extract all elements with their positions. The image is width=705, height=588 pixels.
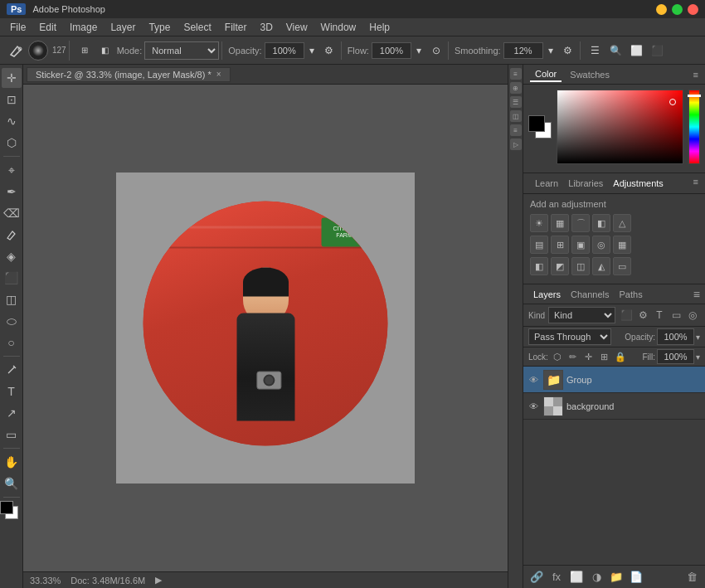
mode-alt-button[interactable]: ◧	[96, 41, 114, 60]
menu-layer[interactable]: Layer	[104, 20, 142, 35]
adj-color-balance[interactable]: ⊞	[551, 236, 569, 254]
color-swatches[interactable]	[0, 501, 23, 524]
new-group-button[interactable]: 📁	[608, 569, 625, 586]
mini-btn-1[interactable]: ≡	[510, 68, 522, 80]
smoothing-input[interactable]	[503, 42, 543, 59]
tool-lasso[interactable]: ∿	[2, 111, 22, 131]
opacity-options-button[interactable]: ⚙	[320, 41, 338, 60]
layer-visibility-background[interactable]: 👁	[527, 400, 540, 413]
delete-layer-button[interactable]: 🗑	[683, 569, 700, 586]
menu-3d[interactable]: 3D	[253, 20, 279, 35]
tab-adjustments[interactable]: Adjustments	[608, 177, 669, 190]
document-tab[interactable]: Sticker-2 @ 33.3% (image, Layer Mask/8) …	[27, 67, 231, 82]
tool-move[interactable]: ✛	[2, 68, 22, 88]
tab-learn[interactable]: Learn	[530, 177, 563, 190]
extra-btn2[interactable]: 🔍	[607, 41, 625, 60]
window-controls[interactable]: – □ ×	[656, 4, 698, 15]
new-layer-button[interactable]: 📄	[628, 569, 644, 586]
menu-view[interactable]: View	[280, 20, 314, 35]
maximize-button[interactable]: □	[672, 4, 683, 15]
layer-kind-select[interactable]: Kind	[548, 307, 615, 323]
mode-select[interactable]: Normal Multiply Screen Overlay	[144, 41, 219, 60]
adj-invert[interactable]: ◧	[530, 257, 548, 275]
adj-exposure[interactable]: ◧	[592, 214, 610, 232]
adj-posterize[interactable]: ◩	[551, 257, 569, 275]
close-tab-button[interactable]: ×	[216, 70, 221, 79]
extra-btn4[interactable]: ⬛	[649, 41, 667, 60]
lock-image-icon[interactable]: ✏	[566, 350, 580, 363]
tab-channels[interactable]: Channels	[566, 288, 614, 301]
tool-zoom[interactable]: 🔍	[2, 474, 22, 493]
blend-mode-select[interactable]: Pass Through Normal Multiply	[528, 328, 611, 345]
color-panel-menu-button[interactable]: ≡	[693, 70, 698, 80]
tab-paths[interactable]: Paths	[615, 288, 648, 301]
adj-channel-mixer[interactable]: ▦	[613, 236, 631, 254]
opacity-dropdown[interactable]: ▾	[306, 41, 318, 60]
smoothing-options-button[interactable]: ⚙	[559, 41, 577, 60]
adj-hue-sat[interactable]: ▤	[530, 236, 548, 254]
status-arrow[interactable]: ▶	[155, 575, 162, 586]
toggle-mode-button[interactable]: ⊞	[75, 41, 94, 60]
brush-button[interactable]	[7, 41, 26, 60]
smoothing-dropdown[interactable]: ▾	[545, 41, 557, 60]
tool-clone-stamp[interactable]: ◈	[2, 246, 22, 266]
menu-edit[interactable]: Edit	[32, 20, 63, 35]
tool-hand[interactable]: ✋	[2, 452, 22, 472]
fill-value-input[interactable]	[657, 349, 694, 364]
opacity-value-input[interactable]	[657, 328, 694, 345]
adj-photo-filter[interactable]: ◎	[592, 236, 610, 254]
lock-all-icon[interactable]: 🔒	[614, 350, 627, 363]
tool-selection[interactable]: ⊡	[2, 90, 22, 109]
flow-dropdown[interactable]: ▾	[413, 41, 425, 60]
adj-panel-menu-button[interactable]: ≡	[693, 177, 698, 190]
lock-position-icon[interactable]: ✛	[582, 350, 596, 363]
tool-eraser[interactable]: ⬛	[2, 268, 22, 288]
mini-btn-5[interactable]: ≡	[510, 124, 522, 136]
tool-eyedropper[interactable]: ✒	[2, 182, 22, 202]
mini-btn-6[interactable]: ▷	[510, 138, 522, 150]
tool-dodge[interactable]: ○	[2, 333, 22, 352]
add-layer-style-button[interactable]: fx	[548, 569, 565, 586]
hue-slider[interactable]	[688, 90, 700, 164]
menu-help[interactable]: Help	[362, 20, 396, 35]
mini-btn-4[interactable]: ◫	[510, 110, 522, 122]
menu-type[interactable]: Type	[142, 20, 177, 35]
menu-image[interactable]: Image	[63, 20, 104, 35]
lock-transparent-icon[interactable]: ⬡	[551, 350, 564, 363]
tool-gradient[interactable]: ◫	[2, 289, 22, 309]
adj-levels[interactable]: ▦	[551, 214, 569, 232]
tab-libraries[interactable]: Libraries	[563, 177, 608, 190]
color-spectrum[interactable]	[557, 90, 683, 164]
extra-btn3[interactable]: ⬜	[628, 41, 646, 60]
opacity-dropdown-arrow[interactable]: ▾	[696, 333, 700, 342]
fill-dropdown-arrow[interactable]: ▾	[696, 352, 700, 362]
menu-filter[interactable]: Filter	[218, 20, 254, 35]
layer-adj-icon[interactable]: ⚙	[635, 308, 650, 323]
link-layers-button[interactable]: 🔗	[528, 569, 545, 586]
add-adj-layer-button[interactable]: ◑	[588, 569, 605, 586]
canvas-container[interactable]: CITIZENFARM	[23, 85, 508, 571]
layer-type-icon[interactable]: T	[652, 308, 667, 323]
adj-threshold[interactable]: ◫	[571, 257, 590, 275]
layer-pixel-icon[interactable]: ⬛	[619, 308, 634, 323]
adj-gradient-map[interactable]: ◭	[592, 257, 610, 275]
brush-size-preview[interactable]	[28, 41, 48, 61]
extra-btn1[interactable]: ☰	[586, 41, 605, 60]
tool-crop[interactable]: ⌖	[2, 160, 22, 180]
mini-btn-2[interactable]: ⊕	[510, 82, 522, 94]
tool-pen[interactable]	[2, 360, 22, 380]
adj-vibrance[interactable]: △	[613, 214, 631, 232]
fg-bg-swatches[interactable]	[528, 115, 552, 138]
flow-input[interactable]	[372, 42, 411, 59]
add-mask-button[interactable]: ⬜	[568, 569, 585, 586]
menu-file[interactable]: File	[3, 20, 32, 35]
tool-blur[interactable]: ⬭	[2, 311, 22, 331]
layer-shape-icon[interactable]: ▭	[669, 308, 683, 323]
foreground-color[interactable]	[0, 501, 13, 514]
airbrush-button[interactable]: ⊙	[427, 41, 445, 60]
tool-text[interactable]: T	[2, 381, 22, 401]
adj-brightness[interactable]: ☀	[530, 214, 548, 232]
adj-selective-color[interactable]: ▭	[613, 257, 631, 275]
minimize-button[interactable]: –	[656, 4, 667, 15]
menu-window[interactable]: Window	[314, 20, 363, 35]
